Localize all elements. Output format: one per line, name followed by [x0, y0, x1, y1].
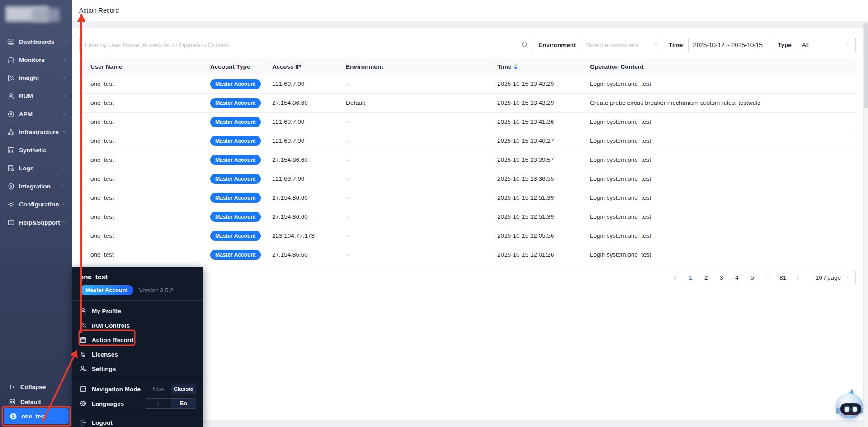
- divider: [72, 413, 203, 413]
- type-select[interactable]: All: [797, 38, 856, 52]
- cell-time: 2025-10-15 13:41:36: [497, 118, 590, 125]
- user-menu-item-action-record[interactable]: Action Record: [80, 333, 196, 347]
- table-row[interactable]: one_test Master Account 27.154.86.60 -- …: [79, 188, 856, 207]
- type-label: Type: [778, 42, 792, 48]
- cell-access-ip: 121.69.7.90: [272, 137, 346, 144]
- vertical-scrollbar[interactable]: [863, 22, 868, 427]
- cell-access-ip: 121.69.7.90: [272, 175, 346, 182]
- sort-control[interactable]: [514, 64, 518, 69]
- sidebar-item-integration[interactable]: Integration: [0, 177, 72, 195]
- user-menu-popup: one_test Master Account Version 3.5.2 My…: [72, 267, 203, 427]
- cell-operation-content: Login system:one_test: [590, 251, 856, 258]
- cell-access-ip: 223.104.77.173: [272, 232, 346, 239]
- page-size-select[interactable]: 10 / page: [811, 271, 856, 284]
- table-row[interactable]: one_test Master Account 27.154.86.60 -- …: [79, 245, 856, 264]
- cell-operation-content: Login system:one_test: [590, 80, 856, 87]
- sidebar-item-dashboards[interactable]: Dashboards: [0, 33, 72, 51]
- brand-logo: [5, 5, 67, 24]
- pagination-page-4[interactable]: 4: [731, 272, 743, 283]
- time-range-picker[interactable]: 2025-10-12 ~ 2025-10-15: [688, 38, 772, 52]
- sidebar-item-infrastructure[interactable]: Infrastructure: [0, 123, 72, 141]
- sidebar-item-synthetic[interactable]: Synthetic: [0, 141, 72, 159]
- search-input[interactable]: [79, 38, 533, 52]
- cell-account-type: Master Account: [210, 250, 272, 260]
- navigation-mode-option-1[interactable]: Classic: [171, 384, 196, 394]
- insight-icon: [7, 74, 15, 82]
- user-menu-item-my-profile[interactable]: My Profile: [80, 304, 196, 318]
- languages-option-0[interactable]: 中: [146, 399, 171, 408]
- pagination-page-2[interactable]: 2: [700, 272, 712, 283]
- integration-icon: [7, 183, 15, 190]
- table-row[interactable]: one_test Master Account 27.154.86.60 Def…: [79, 94, 856, 113]
- sidebar-item-insight[interactable]: Insight: [0, 69, 72, 87]
- pagination-page-3[interactable]: 3: [716, 272, 727, 283]
- languages-option-1[interactable]: En: [171, 399, 196, 408]
- divider: [72, 379, 203, 379]
- column-header-operation-content: Operation Content: [590, 63, 856, 70]
- sidebar-item-configuration[interactable]: Configuration: [0, 195, 72, 213]
- table-row[interactable]: one_test Master Account 121.69.7.90 -- 2…: [79, 113, 856, 131]
- cell-account-type: Master Account: [210, 212, 272, 222]
- column-header-access-ip: Access IP: [272, 63, 346, 70]
- version-label: Version 3.5.2: [139, 287, 173, 294]
- user-menu-item-iam-controls[interactable]: IAM Controls: [80, 318, 196, 333]
- page-title: Action Record: [79, 7, 119, 14]
- user-menu-item-licenses[interactable]: Licenses: [80, 347, 196, 361]
- table-row[interactable]: one_test Master Account 121.69.7.90 -- 2…: [79, 75, 856, 94]
- navigation-mode-option-0[interactable]: New: [146, 384, 171, 394]
- sidebar-item-rum[interactable]: RUM: [0, 87, 72, 105]
- pagination-page-5[interactable]: 5: [746, 272, 758, 283]
- navigation-mode-toggle[interactable]: NewClassic: [146, 384, 196, 394]
- table-row[interactable]: one_test Master Account 223.104.77.173 -…: [79, 226, 856, 245]
- cell-environment: --: [346, 175, 497, 182]
- user-menu-item-settings[interactable]: Settings: [80, 361, 196, 376]
- pagination-page-1[interactable]: 1: [685, 272, 697, 283]
- logout-item[interactable]: Logout: [80, 415, 196, 427]
- pagination-prev-button[interactable]: [670, 272, 681, 283]
- account-type-badge: Master Account: [210, 117, 261, 127]
- table-row[interactable]: one_test Master Account 121.69.7.90 -- 2…: [79, 169, 856, 188]
- table-row[interactable]: one_test Master Account 27.154.86.60 -- …: [79, 207, 856, 226]
- pagination-page-81[interactable]: 81: [777, 272, 789, 283]
- current-user-button[interactable]: one_test: [4, 408, 69, 424]
- collapse-button[interactable]: Collapse: [0, 381, 72, 393]
- cell-time: 2025-10-15 12:51:39: [497, 213, 590, 220]
- pagination-page-ellipsis[interactable]: ···: [762, 272, 774, 283]
- pagination-next-button[interactable]: [793, 272, 804, 283]
- table-row[interactable]: one_test Master Account 121.69.7.90 -- 2…: [79, 131, 856, 150]
- environment-select[interactable]: Select environment: [581, 38, 663, 52]
- cell-user-name: one_test: [79, 156, 210, 163]
- table-body: one_test Master Account 121.69.7.90 -- 2…: [79, 75, 856, 264]
- logout-icon: [80, 419, 87, 426]
- cell-user-name: one_test: [79, 80, 210, 87]
- cell-access-ip: 27.154.86.60: [272, 99, 346, 106]
- account-type-badge: Master Account: [210, 174, 261, 184]
- cell-time: 2025-10-15 12:01:26: [497, 251, 590, 258]
- search-icon[interactable]: [521, 41, 528, 48]
- cell-user-name: one_test: [79, 137, 210, 144]
- table-row[interactable]: one_test Master Account 27.154.86.60 -- …: [79, 150, 856, 169]
- cell-account-type: Master Account: [210, 155, 272, 165]
- navigation-mode-label: Navigation Mode: [92, 386, 141, 393]
- settings-user-icon: [80, 365, 87, 372]
- scrollbar-thumb[interactable]: [864, 23, 868, 108]
- sidebar-item-monitors[interactable]: Monitors: [0, 51, 72, 69]
- sidebar-item-help-support[interactable]: Help&Support: [0, 213, 72, 231]
- sidebar-item-apm[interactable]: APM: [0, 105, 72, 123]
- app-root: DashboardsMonitorsInsightRUMAPMInfrastru…: [0, 0, 868, 427]
- cell-time: 2025-10-15 13:43:29: [497, 99, 590, 106]
- cell-user-name: one_test: [79, 194, 210, 201]
- account-type-badge: Master Account: [210, 155, 261, 165]
- cell-access-ip: 27.154.86.60: [272, 156, 346, 163]
- chevron-down-icon: [62, 94, 67, 99]
- cell-user-name: one_test: [79, 251, 210, 258]
- assistant-robot-button[interactable]: [835, 389, 864, 420]
- cell-access-ip: 121.69.7.90: [272, 118, 346, 125]
- sidebar: DashboardsMonitorsInsightRUMAPMInfrastru…: [0, 0, 72, 427]
- languages-toggle[interactable]: 中En: [146, 398, 196, 409]
- workspace-selector[interactable]: Default: [0, 396, 72, 408]
- globe-icon: [80, 400, 87, 407]
- account-type-badge: Master Account: [210, 212, 261, 222]
- sidebar-item-logs[interactable]: Logs: [0, 159, 72, 177]
- cell-environment: Default: [346, 99, 497, 106]
